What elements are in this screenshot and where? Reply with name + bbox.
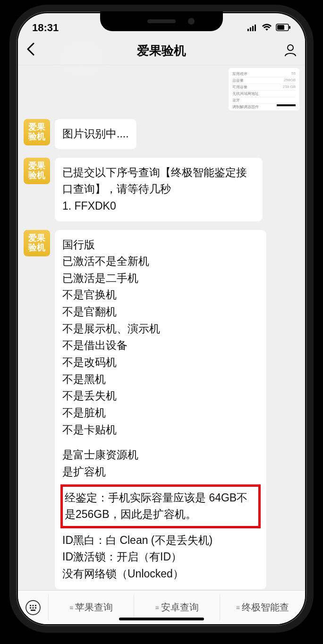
text-line: 不是丢失机 — [62, 388, 259, 405]
battery-icon — [276, 22, 291, 34]
text-line: 不是黑机 — [62, 371, 259, 388]
verdict-highlight: 经鉴定：手机实际容量应该是 64GB不是256GB，因此是扩容机。 — [60, 484, 261, 528]
page-title: 爱果验机 — [18, 42, 305, 59]
text-line: 不是借出设备 — [62, 337, 259, 354]
wifi-icon — [262, 22, 272, 34]
speaker — [147, 19, 176, 23]
message-bubble: 图片识别中.... — [55, 119, 136, 149]
bot-avatar: 爱果 验机 — [24, 230, 50, 256]
text-line: 不是改码机 — [62, 354, 259, 371]
text-line: 不是脏机 — [62, 405, 259, 422]
phone-frame: 18:31 爱果验机 — [9, 5, 314, 633]
svg-rect-9 — [30, 605, 31, 606]
text-line: ID激活锁：开启（有ID） — [62, 549, 259, 566]
bot-avatar: 爱果 验机 — [24, 158, 50, 184]
svg-rect-0 — [247, 29, 249, 31]
nav-bar: 爱果验机 — [18, 37, 305, 65]
svg-rect-2 — [252, 26, 254, 31]
text-line: 是扩容机 — [62, 464, 259, 481]
keyboard-button[interactable] — [18, 600, 48, 616]
notch — [100, 11, 223, 31]
svg-rect-15 — [31, 610, 35, 611]
tab-android-query[interactable]: ≡安卓查询 — [134, 594, 219, 620]
text-line: 不是官换机 — [62, 287, 259, 304]
bot-message: 爱果 验机 国行版 已激活不是全新机 已激活是二手机 不是官换机 不是官翻机 不… — [24, 230, 299, 589]
text-line: 不是展示机、演示机 — [62, 321, 259, 338]
svg-rect-5 — [277, 25, 284, 30]
tab-ultimate-query[interactable]: ≡终极智能查 — [220, 594, 305, 620]
home-indicator[interactable] — [119, 618, 204, 620]
text-line: 已提交以下序号查询【终极智能鉴定接口查询】，请等待几秒 — [62, 164, 255, 198]
svg-rect-10 — [33, 605, 34, 606]
text-line: 不是官翻机 — [62, 304, 259, 321]
text-line: 不是卡贴机 — [62, 422, 259, 439]
bot-message: 爱果 验机 图片识别中.... — [24, 119, 299, 149]
screenshot-thumbnail[interactable]: 应用程序55 总容量256GB 可用容量238 GB 无线局域网地址 蓝牙 调制… — [229, 68, 299, 110]
svg-rect-1 — [250, 27, 251, 31]
svg-rect-12 — [30, 607, 31, 609]
menu-icon: ≡ — [236, 604, 239, 611]
svg-rect-13 — [33, 607, 34, 609]
text-line: 没有网络锁（Unlocked） — [62, 566, 259, 583]
text-line: ID黑白：白 Clean (不是丢失机) — [62, 532, 259, 549]
text-line: 已激活是二手机 — [62, 270, 259, 287]
svg-rect-14 — [35, 607, 36, 609]
menu-icon: ≡ — [155, 604, 158, 611]
bot-message: 爱果 验机 已提交以下序号查询【终极智能鉴定接口查询】，请等待几秒 1. FFX… — [24, 158, 299, 221]
svg-rect-11 — [35, 605, 36, 606]
tab-apple-query[interactable]: ≡苹果查询 — [48, 594, 134, 620]
status-right — [247, 22, 291, 34]
bottom-tabs: ≡苹果查询 ≡安卓查询 ≡终极智能查 — [48, 594, 305, 620]
message-bubble: 国行版 已激活不是全新机 已激活是二手机 不是官换机 不是官翻机 不是展示机、演… — [55, 230, 266, 589]
screen: 18:31 爱果验机 — [18, 13, 305, 624]
bot-avatar: 爱果 验机 — [24, 119, 50, 145]
text-line: 1. FFXDK0 — [62, 198, 255, 215]
text-line: 国行版 — [62, 237, 259, 254]
user-message: 应用程序55 总容量256GB 可用容量238 GB 无线局域网地址 蓝牙 调制… — [24, 68, 299, 110]
menu-icon: ≡ — [69, 604, 72, 611]
status-time: 18:31 — [32, 22, 59, 34]
svg-rect-6 — [289, 26, 290, 29]
signal-icon — [247, 22, 258, 34]
verdict-text: 经鉴定：手机实际容量应该是 64GB不是256GB，因此是扩容机。 — [65, 491, 247, 521]
chat-area[interactable]: 应用程序55 总容量256GB 可用容量238 GB 无线局域网地址 蓝牙 调制… — [18, 65, 305, 590]
front-camera-icon — [188, 18, 195, 25]
text-line: 是富士康资源机 — [62, 447, 259, 464]
text-line: 已激活不是全新机 — [62, 253, 259, 270]
svg-rect-3 — [255, 25, 256, 31]
message-bubble: 已提交以下序号查询【终极智能鉴定接口查询】，请等待几秒 1. FFXDK0 — [55, 158, 263, 221]
